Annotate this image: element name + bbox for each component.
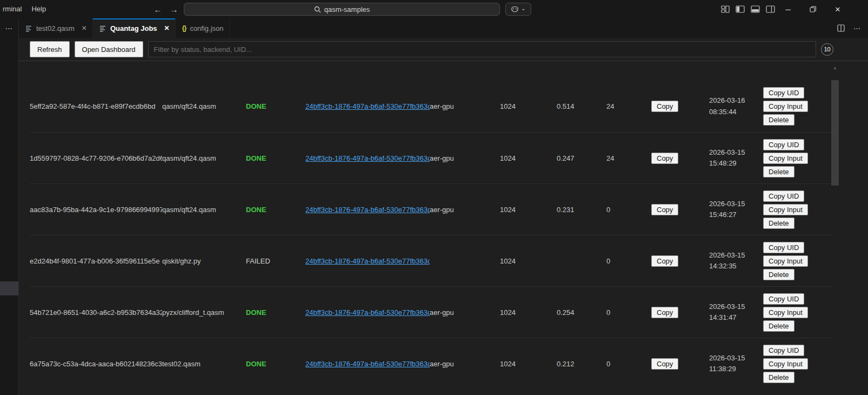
copy-input-button[interactable]: Copy Input [763,255,808,267]
submitted-date: 2026-03-15 [709,199,759,209]
copy-input-button[interactable]: Copy Input [763,204,808,215]
cell-exec-time: 0.212 [557,360,606,368]
editor-tab-bar: test02.qasm ✕ Quantag Jobs ✕ {} config.j… [19,18,868,38]
cell-target: aer-gpu [430,360,500,368]
submitted-date: 2026-03-15 [709,301,759,312]
vertical-scrollbar[interactable]: ▲ [831,64,839,395]
close-icon[interactable]: ✕ [82,24,87,32]
split-editor-icon[interactable] [837,24,845,32]
table-row: 6a75a73c-c53a-4dca-aaca-b602148236c3 tes… [30,338,833,389]
refresh-button[interactable]: Refresh [30,41,70,57]
cell-actions: Copy UID Copy Input Delete [763,293,833,332]
layout-controls [720,0,775,18]
node-uid-link[interactable]: 24bff3cb-1876-497a-b6af-530e77fb363d [305,102,430,110]
status-badge: DONE [246,102,305,110]
back-icon[interactable]: ← [151,3,164,16]
cell-uid: aac83a7b-95ba-442a-9c1e-979866994997 [30,206,162,214]
scroll-up-icon[interactable]: ▲ [831,64,839,71]
more-actions-icon[interactable]: ⋯ [853,24,860,32]
cell-uid: 1d559797-0828-4c77-9206-e706b6d7a2d6 [30,154,162,162]
command-center-search[interactable]: qasm-samples [184,3,500,16]
submitted-date: 2026-03-15 [709,250,759,261]
copy-uid-button[interactable]: Copy UID [763,190,804,202]
toggle-panel-icon[interactable] [751,5,760,14]
restore-icon[interactable] [800,0,825,18]
cell-qubits: 24 [606,102,651,110]
cell-submitted: 2026-03-15 14:32:35 [709,250,763,272]
copy-results-button[interactable]: Copy [651,153,678,164]
delete-button[interactable]: Delete [763,269,794,280]
cell-submitted: 2026-03-16 08:35:44 [709,95,763,117]
toggle-secondary-sidebar-icon[interactable] [766,5,775,14]
copy-input-button[interactable]: Copy Input [763,153,808,164]
scrollbar-thumb[interactable] [831,80,839,186]
cell-exec-time: 0.254 [557,308,606,317]
sidebar-file-item[interactable] [0,346,18,358]
more-actions-icon[interactable]: ⋯ [0,18,18,38]
cell-actions: Copy UID Copy Input Delete [763,87,833,126]
node-uid-link[interactable]: 24bff3cb-1876-497a-b6af-530e77fb363d [305,154,430,162]
copy-uid-button[interactable]: Copy UID [763,242,804,253]
open-dashboard-button[interactable]: Open Dashboard [75,41,143,57]
copy-uid-button[interactable]: Copy UID [763,87,804,98]
status-badge: DONE [246,308,305,317]
node-uid-link[interactable]: 24bff3cb-1876-497a-b6af-530e77fb363d [305,206,430,214]
delete-button[interactable]: Delete [763,166,794,177]
node-uid-link[interactable]: 24bff3cb-1876-497a-b6af-530e77fb363d [305,360,430,368]
copy-input-button[interactable]: Copy Input [763,358,808,370]
copy-uid-button[interactable]: Copy UID [763,139,804,150]
cell-filename: pyzx/clifford_t.qasm [162,308,246,317]
menu-bar: rminal Help [0,0,51,18]
quantag-jobs-view: Refresh Open Dashboard 10 5eff2a92-587e-… [19,38,868,395]
copilot-button[interactable]: ⌄ [505,3,531,16]
delete-button[interactable]: Delete [763,218,794,229]
filter-input[interactable] [148,41,816,57]
status-badge: DONE [246,360,305,368]
menu-terminal[interactable]: rminal [0,3,26,16]
copilot-icon [511,6,519,13]
sidebar-file-item[interactable] [0,370,18,382]
submitted-time: 11:38:29 [709,364,759,374]
toggle-primary-sidebar-icon[interactable] [736,5,745,14]
copy-results-button[interactable]: Copy [651,255,678,267]
cell-shots: 1024 [500,206,557,214]
copy-results-button[interactable]: Copy [651,101,678,112]
tab-quantag-jobs[interactable]: Quantag Jobs ✕ [93,18,176,38]
node-uid-link[interactable]: 24bff3cb-1876-497a-b6af-530e77fb363d [305,308,430,317]
tab-label: config.json [190,24,223,32]
copy-uid-button[interactable]: Copy UID [763,345,804,356]
copy-results-button[interactable]: Copy [651,307,678,318]
qasm-file-icon [25,25,32,32]
job-count-badge: 10 [821,43,833,56]
tab-config-json[interactable]: {} config.json [176,18,230,38]
node-uid-link[interactable]: 24bff3cb-1876-497a-b6af-530e77fb363d [305,257,430,265]
table-row: e2d24b4f-9801-477a-b006-36f596115e5e qis… [30,235,833,286]
menu-help[interactable]: Help [26,3,51,16]
minimize-icon[interactable]: ─ [776,0,800,18]
sidebar-selected-item[interactable] [0,281,18,295]
cell-results: Copy [651,101,709,112]
table-row: 5eff2a92-587e-4f4c-b871-e89f7ecdb6bd qas… [30,81,833,132]
customize-layout-icon[interactable] [720,5,730,14]
copy-results-button[interactable]: Copy [651,358,678,370]
explorer-sidebar: ⋯ [0,18,19,395]
submitted-time: 15:48:29 [709,158,759,169]
tab-test02-qasm[interactable]: test02.qasm ✕ [19,18,93,38]
sidebar-file-item[interactable] [0,334,18,346]
forward-icon[interactable]: → [168,3,181,16]
sidebar-file-item[interactable] [0,358,18,370]
copy-uid-button[interactable]: Copy UID [763,293,804,305]
status-badge: DONE [246,154,305,162]
copy-input-button[interactable]: Copy Input [763,101,808,112]
delete-button[interactable]: Delete [763,372,794,383]
copy-results-button[interactable]: Copy [651,204,678,215]
jobs-table: 5eff2a92-587e-4f4c-b871-e89f7ecdb6bd qas… [30,61,833,389]
cell-results: Copy [651,358,709,370]
close-icon[interactable]: ✕ [825,0,850,18]
close-icon[interactable]: ✕ [164,24,170,32]
delete-button[interactable]: Delete [763,114,794,126]
cell-qubits: 0 [606,206,651,214]
copy-input-button[interactable]: Copy Input [763,307,808,318]
table-row: 54b721e0-8651-4030-a6c2-b953b7634a32 pyz… [30,286,833,338]
delete-button[interactable]: Delete [763,320,794,332]
